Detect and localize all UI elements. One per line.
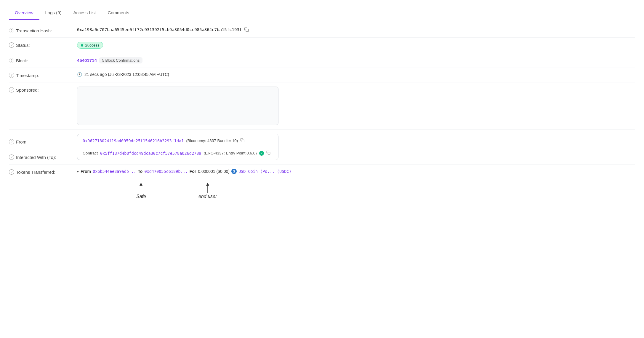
tab-overview[interactable]: Overview — [9, 6, 39, 20]
from-address-row: 0x962718024f19a40959dc25f1546216b3293f1d… — [83, 138, 273, 143]
block-value: 45401714 5 Block Confirmations — [77, 57, 635, 63]
block-row: ? Block: 45401714 5 Block Confirmations — [9, 53, 635, 68]
copy-tx-hash-icon[interactable] — [244, 27, 249, 32]
sponsored-box — [77, 87, 278, 125]
interacted-with-label: ? Interacted With (To): — [9, 154, 77, 160]
svg-rect-2 — [268, 152, 270, 154]
interacted-with-address-row: Contract 0x5ff137d4b0fdcd49dca30c7cf57e5… — [83, 151, 273, 156]
verified-icon: ✓ — [259, 151, 264, 156]
usdc-coin-icon: S — [231, 169, 237, 174]
sponsored-row: ? Sponsored: — [9, 82, 635, 130]
sponsored-label: ? Sponsored: — [9, 87, 77, 93]
tokens-transferred-label: ? Tokens Transferred: — [9, 169, 77, 175]
tab-logs[interactable]: Logs (9) — [39, 6, 68, 20]
help-icon-tokens[interactable]: ? — [9, 169, 14, 175]
safe-annotation: Safe — [136, 182, 146, 199]
help-icon-block[interactable]: ? — [9, 58, 14, 63]
tab-access-list[interactable]: Access List — [68, 6, 102, 20]
tokens-transferred-row: ? Tokens Transferred: ▸ From 0xbb544ee3a… — [9, 165, 635, 179]
block-label: ? Block: — [9, 57, 77, 63]
status-value: Success — [77, 42, 635, 49]
interacted-entity-label: (ERC-4337: Entry Point 0.6.0) — [204, 151, 257, 155]
transaction-hash-value: 0xa198a0c707baa6545ee0ff72e931392f5cb9a3… — [77, 27, 635, 32]
help-icon-tx-hash[interactable]: ? — [9, 28, 14, 33]
safe-label: Safe — [136, 194, 146, 199]
triangle-icon: ▸ — [77, 169, 79, 173]
help-icon-status[interactable]: ? — [9, 42, 14, 48]
timestamp-value: 🕐 21 secs ago (Jul-23-2023 12:08:45 AM +… — [77, 72, 635, 77]
annotations-area: Safe end user — [9, 182, 635, 212]
from-interacted-box: 0x962718024f19a40959dc25f1546216b3293f1d… — [77, 134, 278, 160]
from-entity-label: (Biconomy: 4337 Bundler 10) — [186, 138, 238, 143]
tokens-from-address[interactable]: 0xbb544ee3a9adb... — [93, 169, 136, 174]
transaction-hash-label: ? Transaction Hash: — [9, 27, 77, 33]
sponsored-value — [77, 87, 635, 125]
page-container: Overview Logs (9) Access List Comments ?… — [0, 0, 644, 218]
help-icon-sponsored[interactable]: ? — [9, 87, 14, 93]
svg-rect-1 — [242, 140, 244, 142]
tokens-transferred-value: ▸ From 0xbb544ee3a9adb... To 0xd470055c6… — [77, 169, 635, 174]
block-number-link[interactable]: 45401714 — [77, 58, 97, 63]
status-row: ? Status: Success — [9, 38, 635, 53]
tokens-row: ▸ From 0xbb544ee3a9adb... To 0xd470055c6… — [77, 169, 291, 174]
tab-comments[interactable]: Comments — [102, 6, 135, 20]
clock-icon: 🕐 — [77, 72, 82, 77]
end-user-label: end user — [198, 194, 217, 199]
contract-prefix: Contract — [83, 151, 98, 155]
copy-interacted-address-icon[interactable] — [266, 151, 270, 156]
end-user-annotation: end user — [198, 182, 217, 199]
token-name-link[interactable]: USD Coin (Po... (USDC) — [238, 169, 291, 174]
overview-content: ? Transaction Hash: 0xa198a0c707baa6545e… — [9, 20, 635, 182]
safe-arrow-icon — [137, 182, 145, 194]
tokens-to-address[interactable]: 0xd470055c6189b... — [144, 169, 188, 174]
help-icon-timestamp[interactable]: ? — [9, 73, 14, 78]
copy-from-address-icon[interactable] — [240, 138, 244, 143]
end-user-arrow-icon — [203, 182, 212, 194]
from-label: ? From: — [9, 138, 77, 144]
transaction-hash-row: ? Transaction Hash: 0xa198a0c707baa6545e… — [9, 23, 635, 38]
block-confirmations-badge: 5 Block Confirmations — [99, 57, 142, 63]
status-badge: Success — [77, 42, 103, 49]
from-to-divider — [83, 147, 273, 147]
svg-marker-6 — [206, 183, 209, 186]
status-label: ? Status: — [9, 42, 77, 48]
svg-marker-4 — [140, 183, 142, 186]
help-icon-from[interactable]: ? — [9, 139, 14, 144]
status-dot — [81, 44, 83, 47]
interacted-address-link[interactable]: 0x5ff137d4b0fdcd49dca30c7cf57e578a026d27… — [100, 151, 201, 156]
tab-bar: Overview Logs (9) Access List Comments — [9, 6, 635, 20]
help-icon-interacted[interactable]: ? — [9, 154, 14, 160]
from-address-link[interactable]: 0x962718024f19a40959dc25f1546216b3293f1d… — [83, 138, 184, 143]
timestamp-row: ? Timestamp: 🕐 21 secs ago (Jul-23-2023 … — [9, 68, 635, 82]
svg-rect-0 — [246, 29, 249, 32]
timestamp-label: ? Timestamp: — [9, 72, 77, 78]
from-interacted-row: ? From: ? Interacted With (To): — [9, 130, 635, 165]
